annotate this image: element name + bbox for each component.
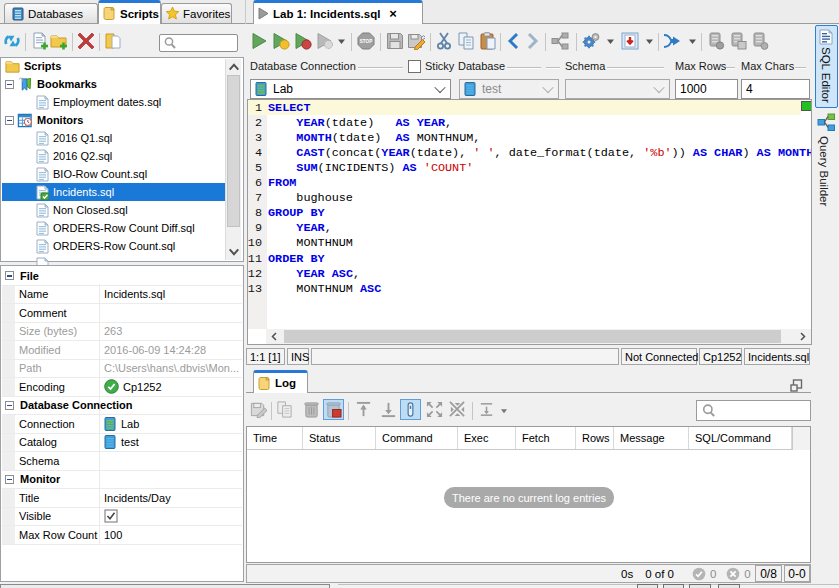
svg-text:STOP: STOP — [360, 39, 372, 44]
